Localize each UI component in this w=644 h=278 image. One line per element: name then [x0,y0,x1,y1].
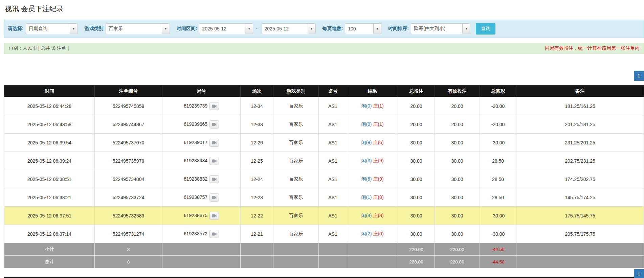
sort-input[interactable] [411,23,462,34]
page-size-input[interactable] [345,23,373,34]
page-size-caret-button[interactable]: ▼ [373,23,381,34]
chevron-down-icon: ▼ [376,27,379,30]
result-banker: 庄(9) [373,158,383,163]
video-replay-icon[interactable] [209,193,219,202]
payout-cell: -20.00 [480,97,516,115]
chevron-down-icon: ▼ [72,27,75,30]
time-cell: 2025-05-12 06:37:51 [4,207,95,225]
video-replay-icon[interactable] [209,175,219,183]
result-player: 闲(4) [361,213,372,218]
records-tbody: 2025-05-12 06:44:28 522495745859 6192397… [4,97,644,243]
sort-caret-button[interactable]: ▼ [462,23,470,34]
total-payout: -44.50 [480,256,516,268]
table-row: 2025-05-12 06:44:28 522495745859 6192397… [4,97,644,115]
col-header-time: 时间 [4,86,95,97]
chevron-down-icon: ▼ [310,27,313,30]
round-id-cell: 619239017 [162,134,241,152]
sort-label: 时间排序: [388,26,409,32]
page-button-1-bottom[interactable]: 1 [634,269,644,278]
date-from-input[interactable] [199,23,245,34]
round-id-cell: 619239739 [162,97,241,115]
table-no-cell: AS1 [319,97,347,115]
video-replay-icon[interactable] [209,102,219,110]
date-from-caret-button[interactable]: ▼ [245,23,253,34]
valid-bet-cell: 20.00 [435,115,480,134]
game-type-cell: 百家乐 [273,225,319,243]
col-header-session: 场次 [241,86,273,97]
payout-cell: -30.00 [480,207,516,225]
total-bet-cell[interactable]: 20.00 [398,97,435,115]
total-bet-cell[interactable]: 30.00 [398,188,435,207]
table-row: 2025-05-12 06:37:51 522495732583 6192386… [4,207,644,225]
game-type-caret-button[interactable]: ▼ [162,23,170,34]
valid-bet-cell: 30.00 [435,207,480,225]
sort-combo: ▼ [411,23,470,34]
total-row: 总计 8 220.00 220.00 -44.50 [4,256,644,268]
payout-cell: 28.50 [480,188,516,207]
col-header-payout: 总派彩 [480,86,516,97]
video-replay-icon[interactable] [209,120,219,129]
game-type-combo: ▼ [106,23,170,34]
video-replay-icon[interactable] [209,157,219,165]
date-from-combo: ▼ [199,23,253,34]
bet-id-cell: 522495732583 [95,207,162,225]
search-button[interactable]: 查询 [476,23,495,34]
table-no-cell: AS1 [319,207,347,225]
filter-group-sort: 时间排序: ▼ [388,23,470,34]
page-button-1[interactable]: 1 [634,71,644,81]
result-player: 闲(8) [361,121,372,127]
remark-cell: 181.25/161.25 [516,97,644,115]
page-size-label: 每页笔数: [323,26,343,32]
result-cell: 闲(8) 庄(1) [347,115,398,134]
round-id-value: 619238832 [184,176,207,181]
col-header-bet-id: 注单编号 [95,86,162,97]
table-no-cell: AS1 [319,115,347,134]
round-id-cell: 619238832 [162,170,241,188]
total-bet-cell[interactable]: 30.00 [398,225,435,243]
total-bet-cell[interactable]: 30.00 [398,170,435,188]
filter-group-time-range: 时间区间: ▼ ~ ▼ [177,23,316,34]
subtotal-payout: -44.50 [480,243,516,256]
video-replay-icon[interactable] [209,230,219,238]
total-bet-cell[interactable]: 30.00 [398,134,435,152]
result-cell: 闲(6) 庄(9) [347,170,398,188]
round-id-value: 619238757 [184,194,207,200]
session-cell: 12-21 [241,225,273,243]
date-to-input[interactable] [262,23,308,34]
date-to-caret-button[interactable]: ▼ [308,23,316,34]
records-table-header: 时间 注单编号 局号 场次 游戏类别 桌号 结果 总投注 有效投注 总派彩 备注 [4,86,644,97]
video-replay-icon[interactable] [209,139,219,147]
chevron-down-icon: ▼ [164,27,167,30]
select-caret-button[interactable]: ▼ [70,23,78,34]
game-type-input[interactable] [106,23,162,34]
result-player: 闲(2) [361,231,372,236]
result-cell: 闲(9) 庄(6) [347,134,398,152]
valid-bet-cell: 30.00 [435,170,480,188]
pagination-bottom: 1 [4,269,644,278]
result-cell: 闲(0) 庄(1) [347,97,398,115]
total-bet-cell[interactable]: 30.00 [398,152,435,170]
remark-cell: 231.25/201.25 [516,134,644,152]
payout-cell: 28.50 [480,170,516,188]
result-banker: 庄(1) [373,121,383,127]
result-banker: 庄(1) [373,103,383,109]
game-type-cell: 百家乐 [273,97,319,115]
result-cell: 闲(4) 庄(8) [347,207,398,225]
subtotal-valid-bet: 220.00 [435,243,480,256]
total-bet-cell[interactable]: 30.00 [398,207,435,225]
chevron-down-icon: ▼ [465,27,468,30]
total-label: 总计 [4,256,95,268]
remark-cell: 175.75/145.75 [516,207,644,225]
session-cell: 12-33 [241,115,273,134]
subtotal-row: 小计 8 220.00 220.00 -44.50 [4,243,644,256]
total-bet-cell[interactable]: 20.00 [398,115,435,134]
select-input[interactable] [26,23,70,34]
total-count: 8 [95,256,162,268]
bet-id-cell: 522495735978 [95,152,162,170]
time-cell: 2025-05-12 06:37:14 [4,225,95,243]
pagination-top: 1 [4,71,644,81]
bet-id-cell: 522495737070 [95,134,162,152]
video-replay-icon[interactable] [209,212,219,220]
filter-group-page-size: 每页笔数: ▼ [323,23,382,34]
table-no-cell: AS1 [319,152,347,170]
